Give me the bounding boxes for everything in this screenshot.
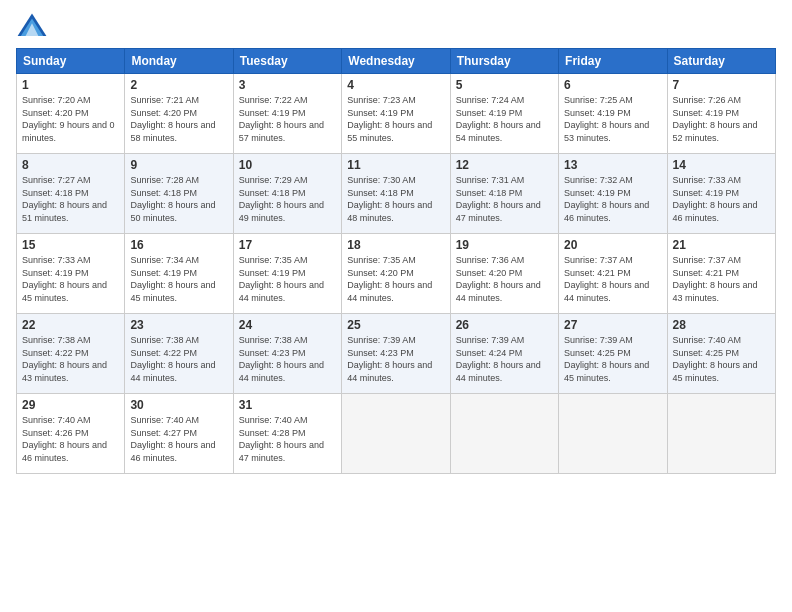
cell-details: Sunrise: 7:39 AMSunset: 4:25 PMDaylight:…: [564, 335, 649, 383]
calendar-cell: [342, 394, 450, 474]
calendar-cell: 16Sunrise: 7:34 AMSunset: 4:19 PMDayligh…: [125, 234, 233, 314]
logo: [16, 12, 52, 40]
day-header-monday: Monday: [125, 49, 233, 74]
cell-details: Sunrise: 7:33 AMSunset: 4:19 PMDaylight:…: [22, 255, 107, 303]
day-header-sunday: Sunday: [17, 49, 125, 74]
calendar-cell: 25Sunrise: 7:39 AMSunset: 4:23 PMDayligh…: [342, 314, 450, 394]
day-number: 28: [673, 318, 770, 332]
day-number: 13: [564, 158, 661, 172]
calendar-cell: 13Sunrise: 7:32 AMSunset: 4:19 PMDayligh…: [559, 154, 667, 234]
calendar-cell: 2Sunrise: 7:21 AMSunset: 4:20 PMDaylight…: [125, 74, 233, 154]
cell-details: Sunrise: 7:39 AMSunset: 4:24 PMDaylight:…: [456, 335, 541, 383]
week-row-4: 22Sunrise: 7:38 AMSunset: 4:22 PMDayligh…: [17, 314, 776, 394]
calendar-header-row: SundayMondayTuesdayWednesdayThursdayFrid…: [17, 49, 776, 74]
day-number: 22: [22, 318, 119, 332]
day-number: 4: [347, 78, 444, 92]
day-number: 1: [22, 78, 119, 92]
day-header-saturday: Saturday: [667, 49, 775, 74]
day-number: 11: [347, 158, 444, 172]
cell-details: Sunrise: 7:37 AMSunset: 4:21 PMDaylight:…: [564, 255, 649, 303]
cell-details: Sunrise: 7:22 AMSunset: 4:19 PMDaylight:…: [239, 95, 324, 143]
day-number: 6: [564, 78, 661, 92]
calendar-cell: 27Sunrise: 7:39 AMSunset: 4:25 PMDayligh…: [559, 314, 667, 394]
calendar-cell: 3Sunrise: 7:22 AMSunset: 4:19 PMDaylight…: [233, 74, 341, 154]
calendar-cell: 7Sunrise: 7:26 AMSunset: 4:19 PMDaylight…: [667, 74, 775, 154]
cell-details: Sunrise: 7:39 AMSunset: 4:23 PMDaylight:…: [347, 335, 432, 383]
calendar-cell: 15Sunrise: 7:33 AMSunset: 4:19 PMDayligh…: [17, 234, 125, 314]
cell-details: Sunrise: 7:37 AMSunset: 4:21 PMDaylight:…: [673, 255, 758, 303]
day-number: 14: [673, 158, 770, 172]
cell-details: Sunrise: 7:24 AMSunset: 4:19 PMDaylight:…: [456, 95, 541, 143]
cell-details: Sunrise: 7:35 AMSunset: 4:20 PMDaylight:…: [347, 255, 432, 303]
week-row-3: 15Sunrise: 7:33 AMSunset: 4:19 PMDayligh…: [17, 234, 776, 314]
cell-details: Sunrise: 7:33 AMSunset: 4:19 PMDaylight:…: [673, 175, 758, 223]
calendar-cell: 21Sunrise: 7:37 AMSunset: 4:21 PMDayligh…: [667, 234, 775, 314]
week-row-5: 29Sunrise: 7:40 AMSunset: 4:26 PMDayligh…: [17, 394, 776, 474]
day-number: 20: [564, 238, 661, 252]
cell-details: Sunrise: 7:40 AMSunset: 4:28 PMDaylight:…: [239, 415, 324, 463]
cell-details: Sunrise: 7:36 AMSunset: 4:20 PMDaylight:…: [456, 255, 541, 303]
cell-details: Sunrise: 7:31 AMSunset: 4:18 PMDaylight:…: [456, 175, 541, 223]
calendar-cell: 8Sunrise: 7:27 AMSunset: 4:18 PMDaylight…: [17, 154, 125, 234]
cell-details: Sunrise: 7:32 AMSunset: 4:19 PMDaylight:…: [564, 175, 649, 223]
calendar-cell: 30Sunrise: 7:40 AMSunset: 4:27 PMDayligh…: [125, 394, 233, 474]
day-number: 18: [347, 238, 444, 252]
cell-details: Sunrise: 7:34 AMSunset: 4:19 PMDaylight:…: [130, 255, 215, 303]
calendar-cell: 19Sunrise: 7:36 AMSunset: 4:20 PMDayligh…: [450, 234, 558, 314]
calendar-cell: 1Sunrise: 7:20 AMSunset: 4:20 PMDaylight…: [17, 74, 125, 154]
cell-details: Sunrise: 7:40 AMSunset: 4:26 PMDaylight:…: [22, 415, 107, 463]
day-number: 9: [130, 158, 227, 172]
day-number: 27: [564, 318, 661, 332]
calendar-cell: 31Sunrise: 7:40 AMSunset: 4:28 PMDayligh…: [233, 394, 341, 474]
calendar-body: 1Sunrise: 7:20 AMSunset: 4:20 PMDaylight…: [17, 74, 776, 474]
day-number: 10: [239, 158, 336, 172]
cell-details: Sunrise: 7:38 AMSunset: 4:23 PMDaylight:…: [239, 335, 324, 383]
week-row-1: 1Sunrise: 7:20 AMSunset: 4:20 PMDaylight…: [17, 74, 776, 154]
day-number: 15: [22, 238, 119, 252]
day-number: 26: [456, 318, 553, 332]
cell-details: Sunrise: 7:27 AMSunset: 4:18 PMDaylight:…: [22, 175, 107, 223]
calendar-cell: 22Sunrise: 7:38 AMSunset: 4:22 PMDayligh…: [17, 314, 125, 394]
calendar-cell: 20Sunrise: 7:37 AMSunset: 4:21 PMDayligh…: [559, 234, 667, 314]
day-header-thursday: Thursday: [450, 49, 558, 74]
calendar-cell: 9Sunrise: 7:28 AMSunset: 4:18 PMDaylight…: [125, 154, 233, 234]
calendar-cell: [559, 394, 667, 474]
calendar-cell: 28Sunrise: 7:40 AMSunset: 4:25 PMDayligh…: [667, 314, 775, 394]
calendar-cell: 26Sunrise: 7:39 AMSunset: 4:24 PMDayligh…: [450, 314, 558, 394]
day-number: 16: [130, 238, 227, 252]
cell-details: Sunrise: 7:20 AMSunset: 4:20 PMDaylight:…: [22, 95, 115, 143]
calendar-table: SundayMondayTuesdayWednesdayThursdayFrid…: [16, 48, 776, 474]
cell-details: Sunrise: 7:38 AMSunset: 4:22 PMDaylight:…: [22, 335, 107, 383]
day-number: 24: [239, 318, 336, 332]
day-number: 25: [347, 318, 444, 332]
calendar-cell: 18Sunrise: 7:35 AMSunset: 4:20 PMDayligh…: [342, 234, 450, 314]
calendar-cell: 12Sunrise: 7:31 AMSunset: 4:18 PMDayligh…: [450, 154, 558, 234]
cell-details: Sunrise: 7:21 AMSunset: 4:20 PMDaylight:…: [130, 95, 215, 143]
day-number: 17: [239, 238, 336, 252]
cell-details: Sunrise: 7:29 AMSunset: 4:18 PMDaylight:…: [239, 175, 324, 223]
day-number: 30: [130, 398, 227, 412]
week-row-2: 8Sunrise: 7:27 AMSunset: 4:18 PMDaylight…: [17, 154, 776, 234]
calendar-cell: 10Sunrise: 7:29 AMSunset: 4:18 PMDayligh…: [233, 154, 341, 234]
cell-details: Sunrise: 7:28 AMSunset: 4:18 PMDaylight:…: [130, 175, 215, 223]
day-number: 29: [22, 398, 119, 412]
cell-details: Sunrise: 7:40 AMSunset: 4:25 PMDaylight:…: [673, 335, 758, 383]
calendar-cell: [667, 394, 775, 474]
cell-details: Sunrise: 7:30 AMSunset: 4:18 PMDaylight:…: [347, 175, 432, 223]
calendar-cell: 23Sunrise: 7:38 AMSunset: 4:22 PMDayligh…: [125, 314, 233, 394]
logo-icon: [16, 12, 48, 40]
calendar-cell: 4Sunrise: 7:23 AMSunset: 4:19 PMDaylight…: [342, 74, 450, 154]
page-container: SundayMondayTuesdayWednesdayThursdayFrid…: [0, 0, 792, 482]
day-number: 7: [673, 78, 770, 92]
day-number: 2: [130, 78, 227, 92]
cell-details: Sunrise: 7:26 AMSunset: 4:19 PMDaylight:…: [673, 95, 758, 143]
day-header-tuesday: Tuesday: [233, 49, 341, 74]
cell-details: Sunrise: 7:38 AMSunset: 4:22 PMDaylight:…: [130, 335, 215, 383]
calendar-cell: 5Sunrise: 7:24 AMSunset: 4:19 PMDaylight…: [450, 74, 558, 154]
calendar-cell: 17Sunrise: 7:35 AMSunset: 4:19 PMDayligh…: [233, 234, 341, 314]
cell-details: Sunrise: 7:40 AMSunset: 4:27 PMDaylight:…: [130, 415, 215, 463]
day-number: 21: [673, 238, 770, 252]
day-number: 5: [456, 78, 553, 92]
day-header-friday: Friday: [559, 49, 667, 74]
calendar-cell: 24Sunrise: 7:38 AMSunset: 4:23 PMDayligh…: [233, 314, 341, 394]
